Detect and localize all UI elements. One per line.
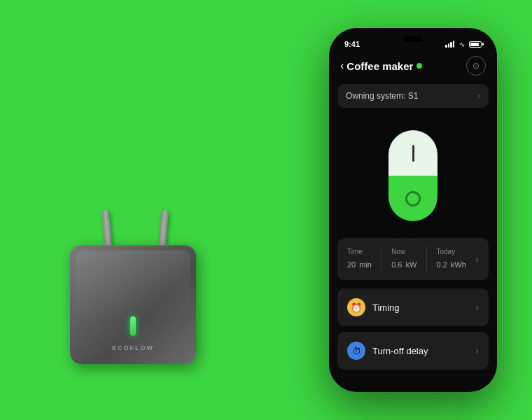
settings-button[interactable]: ⊙ bbox=[466, 56, 486, 76]
nav-bar: ‹ Coffee maker ⊙ bbox=[329, 53, 497, 81]
stat-now-unit: kW bbox=[405, 260, 416, 269]
stat-today-label: Today bbox=[436, 248, 465, 255]
timing-icon: ⏰ bbox=[347, 298, 365, 316]
battery-icon bbox=[469, 41, 482, 48]
stat-today: Today 0.2 kWh bbox=[436, 248, 465, 271]
signal-bar-2 bbox=[448, 43, 450, 48]
power-on-symbol bbox=[412, 145, 414, 162]
power-switch-area bbox=[329, 116, 497, 238]
stat-time-number: 20 bbox=[347, 260, 356, 269]
turn-off-delay-label: Turn-off delay bbox=[372, 346, 428, 356]
signal-bars bbox=[445, 41, 454, 48]
smart-plug: ECOFLOW bbox=[63, 210, 203, 364]
connection-status-dot bbox=[416, 63, 422, 69]
turn-off-delay-row[interactable]: ⏱ Turn-off delay › bbox=[337, 332, 489, 370]
owning-system-chevron: › bbox=[477, 91, 480, 101]
timing-left: ⏰ Timing bbox=[347, 298, 400, 316]
battery-fill bbox=[470, 43, 479, 46]
wifi-icon: ∿ bbox=[459, 41, 465, 48]
plug-led bbox=[130, 316, 136, 336]
stat-today-unit: kWh bbox=[451, 260, 466, 269]
stats-chevron: › bbox=[475, 253, 479, 265]
power-switch[interactable] bbox=[388, 130, 438, 221]
stat-divider-1 bbox=[382, 245, 382, 273]
settings-icon: ⊙ bbox=[472, 61, 479, 71]
stat-time-unit: min bbox=[359, 260, 372, 269]
stat-time-value: 20 min bbox=[347, 257, 372, 271]
stats-row[interactable]: Time 20 min Now 0.6 kW Today bbox=[337, 238, 489, 280]
signal-bar-1 bbox=[445, 45, 447, 48]
timing-row[interactable]: ⏰ Timing › bbox=[337, 288, 489, 326]
timing-chevron: › bbox=[475, 302, 479, 313]
nav-title-row: Coffee maker bbox=[344, 60, 466, 72]
signal-bar-3 bbox=[450, 42, 452, 48]
stat-now: Now 0.6 kW bbox=[391, 248, 416, 271]
stat-today-value: 0.2 kWh bbox=[436, 257, 465, 271]
stat-today-number: 0.2 bbox=[436, 260, 447, 269]
plug-body: ECOFLOW bbox=[70, 245, 196, 364]
scene: ECOFLOW 9:41 ∿ bbox=[21, 14, 511, 406]
stat-now-value: 0.6 kW bbox=[391, 257, 416, 271]
nav-title: Coffee maker bbox=[346, 60, 413, 72]
phone-notch bbox=[403, 36, 423, 42]
stat-time-label: Time bbox=[347, 248, 372, 255]
stat-now-label: Now bbox=[391, 248, 416, 255]
owning-system-label: Owning system: S1 bbox=[346, 91, 418, 101]
stat-time: Time 20 min bbox=[347, 248, 372, 271]
turn-off-delay-left: ⏱ Turn-off delay bbox=[347, 342, 428, 360]
phone-screen: 9:41 ∿ ‹ bbox=[329, 28, 497, 392]
stat-now-number: 0.6 bbox=[391, 260, 402, 269]
status-time: 9:41 bbox=[344, 40, 360, 48]
phone: 9:41 ∿ ‹ bbox=[329, 28, 497, 392]
timing-label: Timing bbox=[372, 302, 400, 313]
stat-divider-2 bbox=[426, 245, 427, 273]
turn-off-delay-icon: ⏱ bbox=[347, 342, 365, 360]
power-off-symbol bbox=[405, 191, 421, 206]
turn-off-delay-chevron: › bbox=[475, 345, 479, 356]
switch-top bbox=[388, 130, 438, 176]
switch-bottom bbox=[388, 176, 438, 221]
signal-bar-4 bbox=[453, 41, 455, 48]
plug-brand: ECOFLOW bbox=[112, 344, 154, 351]
owning-system-row[interactable]: Owning system: S1 › bbox=[337, 84, 489, 108]
status-icons: ∿ bbox=[445, 41, 482, 48]
